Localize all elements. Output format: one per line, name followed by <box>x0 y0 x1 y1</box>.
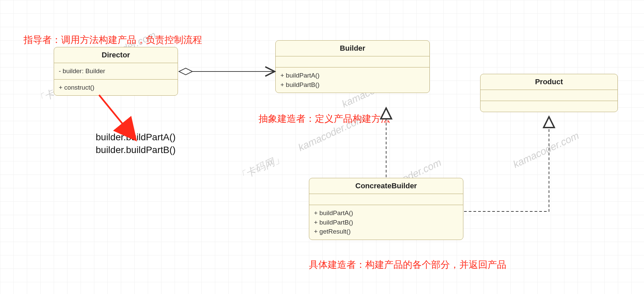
connectors <box>0 0 644 294</box>
aggregation-diamond <box>179 68 192 75</box>
dependency-concrete-product <box>464 117 549 211</box>
red-pointer-arrow <box>99 95 124 126</box>
